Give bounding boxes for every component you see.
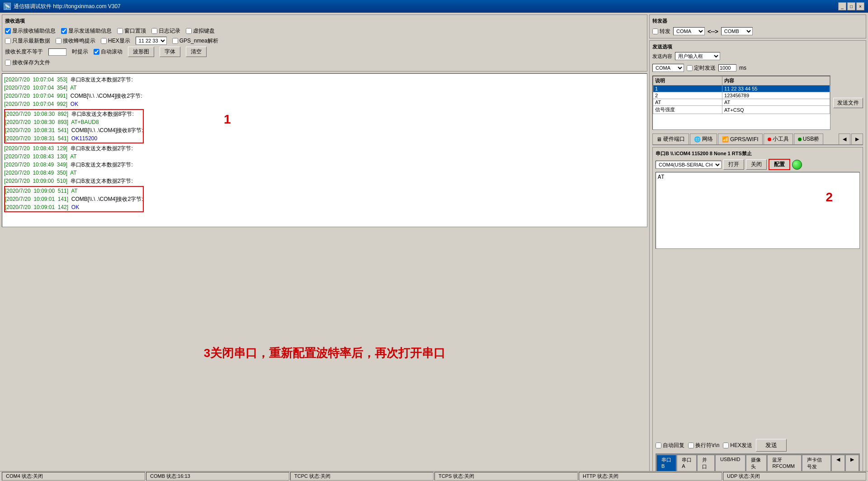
log-area: [2020/7/20 10:07:04 353] 串口B发送文本数据2字节: [… xyxy=(2,73,647,227)
checkbox-newline[interactable]: 换行符\r\n xyxy=(688,442,719,449)
checkbox-latest-only[interactable]: 只显示最新数据 xyxy=(5,37,50,45)
checkbox-forward[interactable]: 转发 xyxy=(652,28,670,35)
left-panel: 接收选项 显示接收辅助信息 显示发送辅助信息 窗口置顶 日志记录 虚拟键盘 xyxy=(2,14,647,479)
checkbox-beep[interactable]: 接收蜂鸣提示 xyxy=(56,37,95,45)
log-line: [2020/7/20 10:08:30 892] 串口B发送文本数据8字节: xyxy=(5,110,143,118)
config-button[interactable]: 配置 xyxy=(769,159,790,170)
titlebar: 📡 通信猫调试软件 http://tongxinmao.com V307 _ □… xyxy=(0,0,868,13)
log-line: [2020/7/20 10:09:01 141] COMB[\\.\ .\COM… xyxy=(5,195,143,203)
waveform-button[interactable]: 波形图 xyxy=(128,47,154,57)
send-content-label: 发送内容 xyxy=(652,53,672,60)
forwarder-box: 转发器 转发 COMA COMB <--> COMB COMA xyxy=(649,14,866,38)
log-line: [2020/7/20 10:08:43 129] 串口B发送文本数据2字节: xyxy=(4,144,645,152)
forwarder-port-b-select[interactable]: COMB COMA xyxy=(721,27,753,35)
close-button[interactable]: × xyxy=(856,2,864,10)
status-item-tcpc: TCPC 状态:关闭 xyxy=(290,472,434,481)
bottom-tab-soundcard[interactable]: 声卡信号发 xyxy=(802,455,831,472)
checkbox-auto-scroll[interactable]: 自动滚动 xyxy=(94,48,123,56)
log-line: [2020/7/20 10:08:30 893] AT+BAUD8 xyxy=(5,118,143,126)
table-cell-desc: AT xyxy=(653,99,722,106)
bottom-tabs: 串口B 串口A 并口 USB/HID 摄像头 蓝牙RFCOMM 声卡信号发 ◀ … xyxy=(656,453,860,473)
send-button[interactable]: 发送 xyxy=(756,439,787,452)
send-content-select[interactable]: 用户输入框 文件内容 xyxy=(675,52,720,60)
open-port-button[interactable]: 打开 xyxy=(723,159,744,170)
close-port-button[interactable]: 关闭 xyxy=(746,159,767,170)
table-row[interactable]: AT AT xyxy=(653,99,830,106)
bottom-tab-nav-right[interactable]: ▶ xyxy=(845,455,859,472)
send-port-row: COMA COMB 定时发送 ms xyxy=(652,64,863,72)
log-line: [2020/7/20 10:08:31 541] OK115200 xyxy=(5,134,143,143)
table-header-content: 内容 xyxy=(722,76,830,86)
send-port-select[interactable]: COMA COMB xyxy=(652,64,684,72)
send-bottom-row: 自动回复 换行符\r\n HEX发送 发送 xyxy=(656,439,860,452)
log-line: [2020/7/20 10:08:49 349] 串口B发送文本数据2字节: xyxy=(4,161,645,169)
status-led-green xyxy=(792,160,802,170)
checkbox-save-file[interactable]: 接收保存为文件 xyxy=(5,59,50,67)
time-hint-label: 时提示 xyxy=(72,48,88,56)
highlight-block-2: [2020/7/20 10:09:00 511] AT [2020/7/20 1… xyxy=(4,186,144,212)
table-cell-content: AT+CSQ xyxy=(722,106,830,114)
send-table-row: 说明 内容 1 11 22 33 44 55 2 123456789 xyxy=(652,76,863,130)
checkbox-show-receive[interactable]: 显示接收辅助信息 xyxy=(5,27,56,35)
clear-button[interactable]: 清空 xyxy=(186,47,207,57)
bottom-tab-serial-a[interactable]: 串口A xyxy=(677,455,697,472)
options-row-3: 接收长度不等于 时提示 自动滚动 波形图 字体 清空 xyxy=(5,47,644,57)
right-panel: 转发器 转发 COMA COMB <--> COMB COMA 发送选项 xyxy=(649,14,866,479)
bottom-tab-parallel[interactable]: 并口 xyxy=(697,455,715,472)
annotation-1: 1 xyxy=(224,110,231,129)
font-button[interactable]: 字体 xyxy=(160,47,180,57)
tab-tools[interactable]: 小工具 xyxy=(764,133,793,144)
forwarder-port-a-select[interactable]: COMA COMB xyxy=(673,27,705,35)
checkbox-virtual-keyboard[interactable]: 虚拟键盘 xyxy=(186,27,215,35)
annotation-3: 3关闭串口，重新配置波特率后，再次打开串口 xyxy=(195,336,454,370)
table-row[interactable]: 1 11 22 33 44 55 xyxy=(653,86,830,92)
serial-input-textarea[interactable]: AT xyxy=(656,172,860,249)
receive-options-box: 接收选项 显示接收辅助信息 显示发送辅助信息 窗口置顶 日志记录 虚拟键盘 xyxy=(2,14,647,71)
bottom-tab-bluetooth[interactable]: 蓝牙RFCOMM xyxy=(767,455,802,472)
status-item-tcps: TCPS 状态:关闭 xyxy=(434,472,578,481)
receive-length-label: 接收长度不等于 xyxy=(5,48,43,56)
com-port-select[interactable]: COM4(USB-SERIAL CH xyxy=(656,161,722,169)
table-row[interactable]: 信号强度 AT+CSQ xyxy=(653,106,830,114)
checkbox-log[interactable]: 日志记录 xyxy=(151,27,180,35)
bottom-tab-serial-b[interactable]: 串口B xyxy=(656,455,676,472)
bottom-tab-nav-left[interactable]: ◀ xyxy=(831,455,845,472)
send-options-title: 发送选项 xyxy=(652,43,863,50)
tab-usb-bridge[interactable]: USB桥 xyxy=(794,133,824,144)
table-row[interactable]: 2 123456789 xyxy=(653,92,830,99)
table-cell-desc: 2 xyxy=(653,92,722,99)
receive-length-input[interactable] xyxy=(48,48,66,56)
tab-nav-right[interactable]: ▶ xyxy=(851,133,863,144)
tab-network[interactable]: 🌐 网络 xyxy=(690,133,717,144)
highlight-block-1: [2020/7/20 10:08:30 892] 串口B发送文本数据8字节: [… xyxy=(4,109,144,143)
checkbox-show-send[interactable]: 显示发送辅助信息 xyxy=(61,27,112,35)
tab-nav-left[interactable]: ◀ xyxy=(839,133,850,144)
status-item-com4: COM4 状态:关闭 xyxy=(2,472,145,481)
network-icon: 🌐 xyxy=(694,136,701,143)
serial-panel-title: 串口B \\.\COM4 115200 8 None 1 RTS禁止 xyxy=(656,150,860,157)
checkbox-hex-send[interactable]: HEX发送 xyxy=(723,442,752,449)
bottom-tab-camera[interactable]: 摄像头 xyxy=(746,455,767,472)
log-wrapper: [2020/7/20 10:07:04 353] 串口B发送文本数据2字节: [… xyxy=(2,73,647,479)
minimize-button[interactable]: _ xyxy=(838,2,846,10)
checkbox-gps[interactable]: GPS_nmea解析 xyxy=(172,37,218,45)
forwarder-arrow: <--> xyxy=(708,28,718,35)
send-file-button[interactable]: 发送文件 xyxy=(833,98,863,108)
hex-value-select[interactable]: 11 22 33 xyxy=(136,37,167,45)
checkbox-window-top[interactable]: 窗口置顶 xyxy=(117,27,146,35)
maximize-button[interactable]: □ xyxy=(847,2,855,10)
tab-gprs-wifi[interactable]: 📶 GPRS/WIFI xyxy=(718,133,763,144)
tab-hardware-port[interactable]: 🖥 硬件端口 xyxy=(652,133,689,144)
send-data-table: 说明 内容 1 11 22 33 44 55 2 123456789 xyxy=(653,76,830,114)
red-dot-icon xyxy=(768,138,771,141)
bottom-tab-usb-hid[interactable]: USB/HID xyxy=(715,455,745,472)
log-line: [2020/7/20 10:07:04 354] AT xyxy=(4,84,645,92)
log-line: [2020/7/20 10:07:04 353] 串口B发送文本数据2字节: xyxy=(4,76,645,84)
receive-options-title: 接收选项 xyxy=(5,18,644,24)
checkbox-hex-display[interactable]: HEX显示 xyxy=(101,37,130,45)
status-item-http: HTTP 状态:关闭 xyxy=(579,472,722,481)
timed-send-interval-input[interactable] xyxy=(718,64,736,71)
checkbox-timed-send[interactable]: 定时发送 xyxy=(687,64,716,72)
log-line: [2020/7/20 10:07:04 992] OK xyxy=(4,100,645,108)
checkbox-auto-reply[interactable]: 自动回复 xyxy=(656,442,684,449)
